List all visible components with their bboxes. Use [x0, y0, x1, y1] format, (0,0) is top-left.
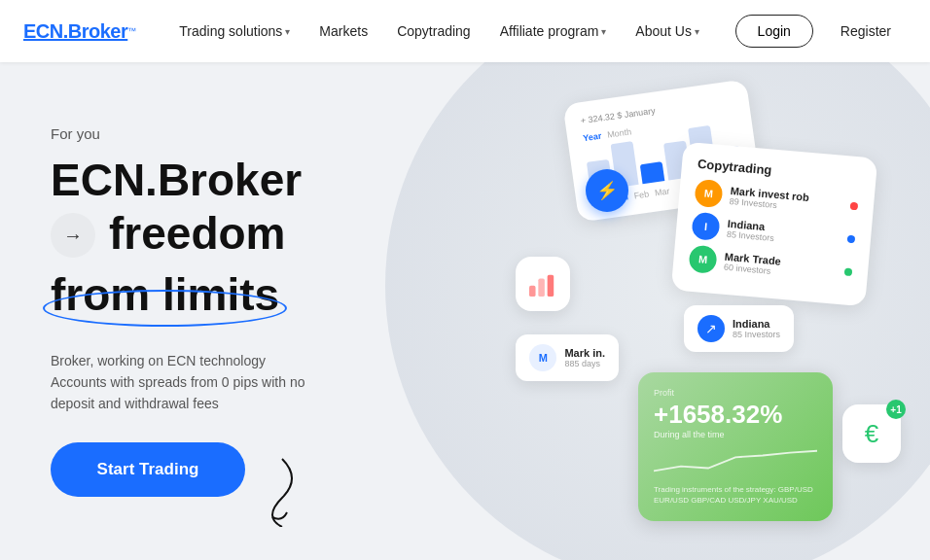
svg-rect-2: [548, 275, 554, 297]
hero-title-line1: ECN.Broker: [51, 156, 304, 205]
lightning-icon: ⚡: [596, 180, 618, 201]
euro-badge: +1: [886, 400, 906, 419]
indiana-investors: 85 Investors: [733, 330, 780, 339]
register-button[interactable]: Register: [825, 16, 907, 47]
hero-title-limits: from limits: [51, 269, 279, 320]
svg-rect-1: [538, 278, 545, 297]
arrow-right-icon: →: [63, 225, 83, 247]
login-button[interactable]: Login: [735, 15, 813, 48]
bar-3: [640, 161, 665, 184]
indiana-name: Indiana: [733, 318, 780, 330]
euro-card: € +1: [842, 404, 901, 463]
indiana-avatar: ↗: [698, 315, 725, 342]
mark-days: 885 days: [564, 359, 605, 368]
mark-name: Mark in.: [564, 347, 605, 359]
profit-description: Trading instruments of the strategy: GBP…: [654, 484, 817, 506]
nav-about[interactable]: About Us ▾: [624, 16, 711, 47]
nav-links: Trading solutions ▾ Markets Copytrading …: [167, 16, 734, 47]
logo-text: ECN.Broker: [23, 20, 127, 43]
tab-feb[interactable]: Feb: [633, 189, 650, 200]
hero-title-line3-wrapper: from limits: [51, 268, 304, 321]
nav-actions: Login Register: [735, 15, 907, 48]
start-trading-button[interactable]: Start Trading: [51, 442, 245, 497]
bar-icon-card: [516, 257, 570, 311]
svg-rect-0: [529, 286, 536, 297]
hero-visual: + 324.32 $ January Year Month Day Jan Fe…: [385, 62, 930, 560]
euro-card-wrapper: € +1: [842, 404, 901, 463]
profit-value: +1658.32%: [654, 400, 817, 430]
profit-card: Profit +1658.32% During all the time Tra…: [638, 372, 833, 521]
copytrading-card: Copytrading M Mark invest rob 89 Investo…: [671, 142, 878, 307]
hero-title-line3: from limits: [51, 268, 279, 321]
trader-avatar-4: M: [688, 245, 717, 274]
navbar: ECN.Broker ™ Trading solutions ▾ Markets…: [0, 0, 930, 62]
trader-status-4: [844, 267, 853, 276]
nav-markets[interactable]: Markets: [307, 16, 379, 47]
mark-invest-card: M Mark in. 885 days: [516, 334, 619, 381]
tab-mar[interactable]: Mar: [654, 186, 670, 197]
trader-status-3: [847, 235, 856, 244]
hero-description: Broker, working on ECN technology Accoun…: [51, 350, 304, 415]
hero-title-line2: → freedom: [51, 209, 304, 262]
blue-action-button[interactable]: ⚡: [586, 169, 628, 212]
bar-chart-icon: [529, 270, 556, 298]
profit-sparkline-container: [654, 447, 817, 476]
hero-section: For you ECN.Broker → freedom from limits…: [0, 62, 930, 560]
hero-label: For you: [51, 125, 304, 142]
chevron-down-icon: ▾: [285, 26, 290, 37]
nav-affiliate[interactable]: Affiliate program ▾: [488, 16, 619, 47]
profit-period: During all the time: [654, 430, 817, 439]
chevron-down-icon: ▾: [601, 26, 606, 37]
logo-tm: ™: [127, 26, 136, 36]
profit-label: Profit: [654, 388, 817, 398]
trader-status-1: [850, 202, 859, 211]
nav-copytrading[interactable]: Copytrading: [385, 16, 483, 47]
arrow-circle: →: [51, 213, 95, 258]
trader-avatar-3: I: [691, 212, 720, 241]
chevron-down-icon: ▾: [695, 26, 699, 37]
sparkline-chart: [654, 447, 817, 476]
indiana-card: ↗ Indiana 85 Investors: [684, 305, 794, 352]
euro-symbol: €: [865, 419, 878, 449]
hero-title-freedom: freedom: [109, 209, 285, 259]
mark-avatar: M: [529, 344, 556, 371]
trader-avatar-1: M: [694, 179, 723, 208]
nav-trading-solutions[interactable]: Trading solutions ▾: [167, 16, 302, 47]
squiggle-decoration: [233, 449, 331, 531]
logo[interactable]: ECN.Broker ™: [23, 20, 136, 43]
